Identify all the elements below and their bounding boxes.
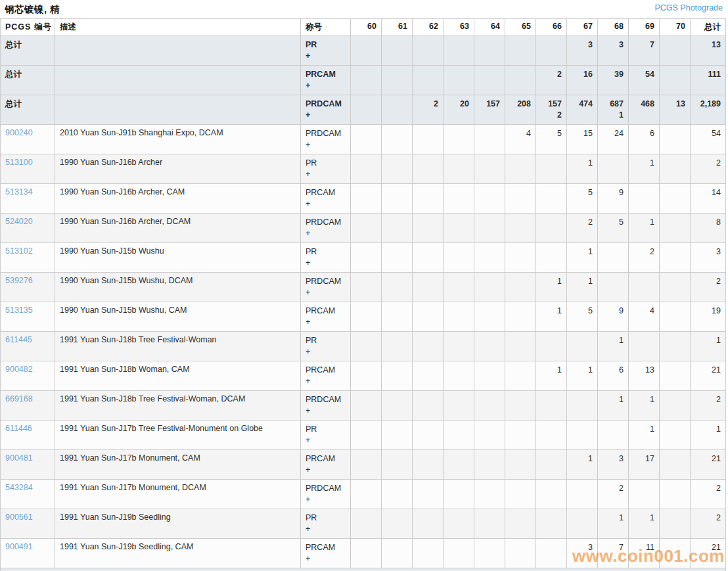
- coin-row-900482: 9004821991 Yuan Sun-J18b Woman, CAMPRCAM…: [1, 361, 726, 391]
- pcgs-number-link[interactable]: 543284: [5, 483, 33, 492]
- grade-cell: [413, 480, 444, 509]
- grade-cell: [505, 450, 536, 480]
- pcgs-number-link[interactable]: 900240: [5, 128, 33, 137]
- grade-cell: [598, 273, 629, 302]
- coin-row-611446: 6114461991 Yuan Sun-J17b Tree Festival-M…: [1, 421, 726, 450]
- grade-cell: [382, 273, 413, 302]
- pcgs-number-cell: 669168: [1, 391, 55, 421]
- grade-cell: [382, 361, 413, 391]
- designation-cell: PRDCAM+: [301, 125, 351, 154]
- designation-cell: PRCAM+: [301, 302, 351, 332]
- description-cell: [55, 66, 301, 95]
- description-cell: [55, 95, 301, 125]
- total-cell: 13: [691, 36, 726, 66]
- total-cell: 54: [691, 125, 726, 154]
- column-header-0: PCGS 编号: [1, 19, 55, 36]
- grade-cell: [382, 450, 413, 480]
- grade-cell: 1: [598, 332, 629, 361]
- grade-cell: [505, 243, 536, 273]
- summary-label: 总计: [1, 66, 55, 95]
- grade-cell: [382, 302, 413, 332]
- pcgs-number-link[interactable]: 900482: [5, 365, 33, 374]
- coin-row-900481: 9004811991 Yuan Sun-J17b Monument, CAMPR…: [1, 450, 726, 480]
- grade-cell: 15: [567, 125, 598, 154]
- total-cell: 21: [691, 361, 726, 391]
- grade-cell: [382, 36, 413, 66]
- pcgs-number-link[interactable]: 900481: [5, 453, 33, 463]
- grade-cell: [536, 421, 567, 450]
- description-cell: [55, 36, 301, 66]
- grade-cell: [351, 421, 382, 450]
- grade-cell: 5: [536, 125, 567, 154]
- pcgs-number-link[interactable]: 513135: [5, 306, 33, 315]
- column-header-5: 62: [413, 19, 444, 36]
- grade-cell: [536, 214, 567, 243]
- total-cell: 2: [691, 391, 726, 421]
- grade-cell: 1: [629, 421, 660, 450]
- grade-cell: [413, 391, 444, 421]
- grade-cell: [474, 302, 505, 332]
- grade-cell: [505, 302, 536, 332]
- grade-cell: [474, 361, 505, 391]
- grade-cell: [474, 332, 505, 361]
- pcgs-number-link[interactable]: 900491: [5, 542, 33, 551]
- grade-cell: [351, 184, 382, 214]
- grade-cell: [536, 480, 567, 509]
- pcgs-number-cell: 611445: [1, 332, 55, 361]
- pcgs-number-cell: 900491: [1, 539, 55, 568]
- grade-cell: 1: [629, 154, 660, 184]
- grade-cell: 2: [413, 95, 444, 125]
- grade-cell: 17: [629, 450, 660, 480]
- grade-cell: [474, 154, 505, 184]
- grade-cell: [382, 214, 413, 243]
- grade-cell: 1: [567, 273, 598, 302]
- grade-cell: [444, 243, 474, 273]
- pcgs-number-cell: 513135: [1, 302, 55, 332]
- pcgs-number-link[interactable]: 669168: [5, 394, 33, 403]
- pcgs-number-link[interactable]: 900561: [5, 513, 33, 522]
- grade-cell: [536, 154, 567, 184]
- description-cell: 1990 Yuan Sun-J15b Wushu, CAM: [55, 302, 301, 332]
- pcgs-number-cell: 513100: [1, 154, 55, 184]
- total-cell: 111: [691, 66, 726, 95]
- grade-cell: [413, 154, 444, 184]
- grade-cell: [444, 421, 474, 450]
- grade-cell: [660, 361, 691, 391]
- pcgs-number-link[interactable]: 513102: [5, 246, 33, 256]
- photograde-link[interactable]: PCGS Photograde: [654, 3, 723, 12]
- total-cell: 8: [691, 214, 726, 243]
- grade-cell: [660, 125, 691, 154]
- grade-cell: 3: [598, 450, 629, 480]
- grade-cell: [660, 214, 691, 243]
- grade-cell: [505, 66, 536, 95]
- population-table: PCGS 编号描述称号6061626364656667686970总计 总计PR…: [0, 18, 726, 571]
- grade-cell: [351, 391, 382, 421]
- pcgs-number-link[interactable]: 611445: [5, 335, 32, 344]
- designation-cell: PRDCAM+: [301, 391, 351, 421]
- grade-cell: [444, 66, 474, 95]
- summary-label: 总计: [1, 36, 55, 66]
- grade-cell: [413, 450, 444, 480]
- grade-cell: [660, 302, 691, 332]
- grade-cell: [474, 421, 505, 450]
- designation-cell: PRCAM+: [301, 450, 351, 480]
- pcgs-number-link[interactable]: 513134: [5, 187, 33, 196]
- column-header-2: 称号: [301, 19, 351, 36]
- grade-cell: [629, 184, 660, 214]
- total-cell: 2: [691, 509, 726, 539]
- designation-cell: PR+: [301, 332, 351, 361]
- grade-cell: [351, 95, 382, 125]
- pcgs-number-link[interactable]: 513100: [5, 158, 33, 167]
- grade-cell: [598, 421, 629, 450]
- grade-cell: 13: [629, 361, 660, 391]
- grade-cell: [474, 125, 505, 154]
- grade-cell: 1: [629, 214, 660, 243]
- summary-label: 总计: [1, 95, 55, 125]
- designation-cell: PRDCAM+: [301, 95, 351, 125]
- grade-cell: 24: [598, 125, 629, 154]
- total-cell: 2: [691, 154, 726, 184]
- designation-cell: PRCAM+: [301, 539, 351, 568]
- pcgs-number-link[interactable]: 539276: [5, 276, 33, 285]
- pcgs-number-link[interactable]: 611446: [5, 424, 32, 433]
- pcgs-number-link[interactable]: 524020: [5, 217, 33, 226]
